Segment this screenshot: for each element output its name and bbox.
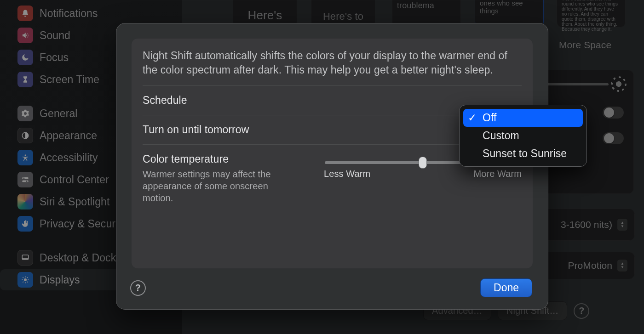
svg-line-13 [23,277,23,278]
color-temperature-label: Color temperature [143,153,299,165]
resolution-preview[interactable]: Here's to the crazy ones. The troublemak… [557,0,626,28]
svg-rect-3 [22,181,29,182]
sidebar-item-label: Siri & Spotlight [40,196,109,208]
more-warm-label: More Warm [473,169,522,179]
question-icon: ? [135,283,141,293]
svg-rect-6 [22,255,29,260]
sidebar-item-label: General [40,108,78,120]
sun-icon [613,79,624,90]
more-space-label: More Space [559,40,611,51]
sidebar-item-label: Sound [40,29,70,42]
done-button[interactable]: Done [480,278,532,297]
promotion-label: ProMotion [568,260,612,271]
brightness-slider[interactable] [547,83,609,85]
gear-icon [17,106,33,121]
sidebar-item-label: Screen Time [40,74,99,86]
question-icon: ? [579,306,584,316]
svg-line-14 [27,282,28,283]
slider-thumb[interactable] [419,157,427,169]
displays-icon [17,272,33,288]
switches-icon [17,172,33,187]
less-warm-label: Less Warm [324,169,370,179]
svg-point-8 [24,278,27,281]
moon-icon [17,50,33,65]
sidebar-item-label: Desktop & Dock [40,252,116,264]
sidebar-item-label: Focus [40,51,69,64]
schedule-option-custom[interactable]: Custom [463,127,583,145]
toggle-dim[interactable] [602,106,624,119]
schedule-option-sunset[interactable]: Sunset to Sunrise [463,145,583,163]
dock-icon [17,250,33,266]
sidebar-item-label: Control Center [40,174,109,186]
svg-line-16 [27,277,28,278]
svg-point-4 [23,177,25,179]
hourglass-icon [17,72,33,87]
sidebar-item-label: Appearance [40,130,97,142]
svg-line-15 [23,282,23,283]
sidebar-item-label: Notifications [40,7,98,20]
nits-label: 3-1600 nits) [561,219,612,230]
sidebar-item-notifications[interactable]: Notifications [0,3,182,24]
schedule-option-off[interactable]: ✓ Off [463,109,583,127]
turn-on-label: Turn on until tomorrow [143,124,249,136]
bell-icon [17,6,33,21]
svg-point-5 [26,181,28,182]
promotion-stepper[interactable]: ▲▼ [617,259,628,272]
nits-stepper[interactable]: ▲▼ [617,218,628,231]
accessibility-icon [17,150,33,165]
schedule-dropdown-menu: ✓ Off Custom Sunset to Sunrise [459,105,587,167]
color-temperature-sub: Warmer settings may affect the appearanc… [143,168,299,204]
svg-rect-2 [22,177,29,179]
sidebar-item-label: Accessibility [40,152,98,164]
hand-icon [17,216,33,232]
siri-icon [17,194,33,209]
appearance-icon [17,128,33,143]
checkmark-icon: ✓ [468,112,477,124]
sidebar-item-label: Displays [40,274,80,286]
schedule-label: Schedule [143,94,187,107]
help-button[interactable]: ? [574,303,589,319]
svg-point-1 [25,154,26,156]
speaker-icon [17,28,33,43]
night-shift-description: Night Shift automatically shifts the col… [143,49,522,77]
toggle-dim[interactable] [602,132,624,145]
sidebar-item-label: Privacy & Security [40,218,126,230]
sheet-help-button[interactable]: ? [130,280,146,296]
